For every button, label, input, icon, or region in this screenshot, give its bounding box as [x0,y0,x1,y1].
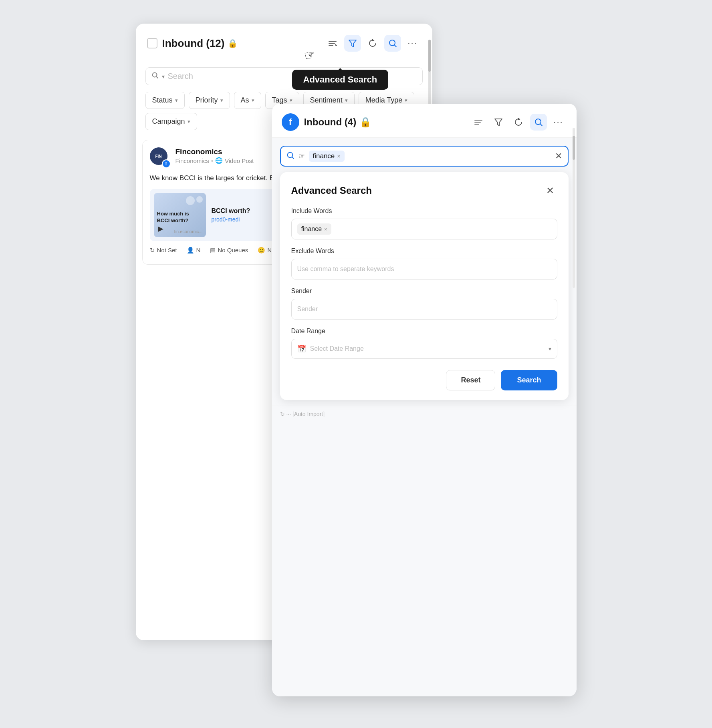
front-count-label: Inbound (4) [304,117,357,128]
reset-button[interactable]: Reset [446,370,495,390]
queues-icon: ▤ [210,247,216,254]
exclude-words-label: Exclude Words [291,247,557,255]
media-info: BCCI worth? prod0-medi [212,207,250,223]
date-range-label: Date Range [291,328,557,335]
filter-assignee-label: As [241,96,249,105]
front-card-inner: f Inbound (4) 🔒 [272,104,577,696]
stat-right1-label: N [196,247,201,253]
sort-button-front[interactable] [470,114,487,131]
svg-marker-11 [495,119,502,126]
facebook-badge-icon: f [162,159,171,168]
search-chevron-icon: ▾ [162,73,165,80]
tags-chevron-icon: ▾ [290,97,292,103]
cursor-hand: ☞ [303,47,317,64]
svg-line-5 [394,45,396,47]
back-inbound-title: Inbound (12) 🔒 [162,37,319,50]
facebook-logo: f [282,113,299,131]
back-header: Inbound (12) 🔒 [136,24,432,59]
finance-search-tag: finance × [309,151,345,162]
more-button-back[interactable]: ··· [404,35,421,52]
date-range-chevron-icon: ▾ [549,346,551,352]
search-button-front[interactable] [530,114,547,131]
filter-tooltip-label: Advanced Search [303,74,377,84]
inbound-count-label: Inbound (12) [162,37,225,50]
adv-footer: Reset Search [291,370,557,390]
stat-right-1: 👤 N [187,247,201,254]
stat-right-2: 😐 N [258,247,272,254]
refresh-button[interactable] [364,35,381,52]
date-range-placeholder: Select Date Range [310,345,364,352]
include-tag-text: finance [301,225,322,233]
svg-line-7 [156,76,158,78]
filter-assignee-btn[interactable]: As ▾ [234,92,261,109]
advanced-search-panel: Advanced Search ✕ Include Words finance … [280,172,569,400]
search-cursor-icon: ☞ [299,152,305,161]
filter-status-label: Status [152,96,173,105]
filter-priority-btn[interactable]: Priority ▾ [189,92,230,109]
svg-line-15 [292,157,294,159]
filter-button[interactable] [344,35,361,52]
exclude-words-placeholder: Use comma to seperate keywords [297,265,394,273]
filter-status-btn[interactable]: Status ▾ [145,92,185,109]
scrollbar-thumb-back[interactable] [428,40,431,72]
finance-tag-close-icon[interactable]: × [337,153,340,159]
bottom-hint-text: ↻ ··· [Auto Import] [280,411,325,417]
front-bottom-hint: ↻ ··· [Auto Import] [272,406,577,422]
back-header-actions: ··· [324,35,421,52]
adv-close-button[interactable]: ✕ [543,183,557,198]
front-header: f Inbound (4) 🔒 [272,104,577,138]
stat-right2-label: N [267,247,272,253]
reset-btn-label: Reset [461,376,480,384]
date-range-select[interactable]: 📅 Select Date Range ▾ [291,339,557,359]
filter-button-front[interactable] [490,114,507,131]
globe-icon: 🌐 [215,157,223,164]
scrollbar-thumb-front[interactable] [573,136,575,160]
exclude-words-input[interactable]: Use comma to seperate keywords [291,259,557,280]
adv-search-header: Advanced Search ✕ [291,183,557,198]
include-tag-close-icon[interactable]: × [324,226,327,232]
search-icon-front [286,151,294,161]
sender-input[interactable]: Sender [291,299,557,320]
mediatype-chevron-icon: ▾ [405,97,407,103]
calendar-icon: 📅 [297,344,306,353]
media-link-text: prod0-medi [212,216,250,223]
filter-sentiment-label: Sentiment [310,96,343,105]
sender-placeholder: Sender [297,306,318,313]
include-words-label: Include Words [291,207,557,215]
stat-status-label: Not Set [157,247,177,253]
select-all-checkbox[interactable] [147,38,157,48]
sentiment-chevron-icon: ▾ [345,97,348,103]
sort-button[interactable] [324,35,341,52]
filter-tooltip: Advanced Search [292,70,389,90]
status-icon: ↻ [150,247,155,254]
scrollbar-front[interactable] [573,128,575,288]
finance-tag-text: finance [313,152,335,160]
lock-icon: 🔒 [228,38,238,48]
sender-label: Sender [291,288,557,295]
filter-campaign-btn[interactable]: Campaign ▾ [145,113,197,130]
right1-icon: 👤 [187,247,194,254]
media-source-watermark: fin.economic... [174,229,203,234]
include-words-input[interactable]: finance × [291,219,557,239]
front-card: f Inbound (4) 🔒 [272,104,577,696]
avatar-stack: FIN f [150,147,171,168]
search-bar-front[interactable]: ☞ finance × ✕ [280,146,569,167]
adv-close-icon: ✕ [546,185,554,196]
svg-marker-3 [349,40,356,47]
search-submit-button[interactable]: Search [501,370,557,390]
search-clear-icon[interactable]: ✕ [555,151,562,161]
post-source-label: Finconomics [175,157,209,164]
refresh-button-front[interactable] [510,114,527,131]
front-inbound-title: Inbound (4) 🔒 [304,117,465,128]
search-icon-back [151,72,159,81]
include-finance-tag: finance × [297,223,331,235]
stat-status: ↻ Not Set [150,247,177,254]
filter-campaign-label: Campaign [152,117,185,126]
media-title-text: BCCI worth? [212,207,250,215]
stat-queues-label: No Queues [218,247,248,253]
search-button-back[interactable] [384,35,401,52]
front-lock-icon: 🔒 [359,117,371,128]
more-button-front[interactable]: ··· [550,114,567,131]
filter-mediatype-label: Media Type [365,96,403,105]
svg-line-13 [540,124,542,126]
